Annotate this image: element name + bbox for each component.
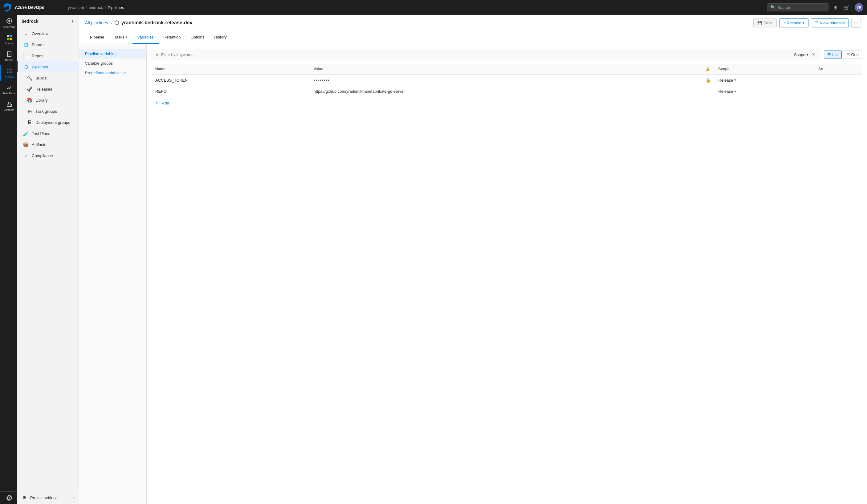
sidebar: Overview Boards Repos Pipelines Test Pla… bbox=[0, 15, 17, 504]
sub-nav: Pipeline variables Variable groups Prede… bbox=[79, 44, 147, 504]
nav-item-library[interactable]: 📚 Library bbox=[17, 95, 78, 106]
sidebar-item-testplans[interactable]: Test Plans bbox=[0, 81, 17, 98]
releases-icon: 🚀 bbox=[27, 86, 32, 92]
scope-dropdown-access-token[interactable]: Release ▾ bbox=[718, 78, 811, 83]
add-variable-button[interactable]: + + Add bbox=[152, 97, 173, 109]
all-pipelines-link[interactable]: All pipelines bbox=[85, 20, 108, 25]
taskgroups-icon: ⊞ bbox=[27, 108, 32, 114]
release-button[interactable]: + Release ▾ bbox=[779, 19, 809, 28]
tabs-bar: Pipeline Tasks ▾ Variables Retention Opt… bbox=[79, 31, 867, 44]
var-name-access-token: ACCESS_TOKEN bbox=[152, 75, 310, 86]
nav-item-compliance[interactable]: ✓ Compliance bbox=[17, 150, 78, 161]
variables-panel: ⊽ Scope ▾ × ☰ List ⊞ Grid bbox=[147, 44, 867, 504]
nav-item-builds[interactable]: 🔨 Builds bbox=[17, 72, 78, 84]
svg-rect-6 bbox=[7, 104, 11, 107]
filter-clear-button[interactable]: × bbox=[811, 52, 816, 57]
breadcrumb-project[interactable]: bedrock bbox=[89, 5, 103, 10]
nav-item-deploymentgroups[interactable]: 🖥 Deployment groups bbox=[17, 117, 78, 128]
save-button[interactable]: 💾 Save bbox=[753, 19, 777, 28]
add-icon: + bbox=[155, 100, 158, 106]
svg-rect-5 bbox=[10, 38, 12, 40]
filter-scope-button[interactable]: Scope ▾ bbox=[790, 52, 809, 57]
nav-item-releases[interactable]: 🚀 Releases bbox=[17, 84, 78, 95]
library-icon: 📚 bbox=[27, 97, 32, 103]
lock-icon: 🔒 bbox=[706, 78, 711, 83]
avatar[interactable]: YR bbox=[855, 3, 863, 12]
nav-item-boards[interactable]: ⊞ Boards bbox=[17, 39, 78, 50]
var-scope-repo: Release ▾ bbox=[715, 86, 815, 97]
artifacts-icon: 📦 bbox=[23, 142, 29, 147]
sidebar-item-overview[interactable]: Overview bbox=[0, 15, 17, 31]
sidebar-item-pipelines[interactable]: Pipelines bbox=[0, 65, 17, 81]
sub-nav-variable-groups[interactable]: Variable groups bbox=[79, 58, 146, 68]
scope-chevron-icon: ▾ bbox=[806, 53, 809, 57]
col-header-scope: Scope bbox=[715, 64, 815, 75]
settings-gear-icon: ⚙ bbox=[22, 495, 27, 500]
pipeline-title-area: All pipelines › ⬡ yradsmik-bedrock-relea… bbox=[85, 19, 193, 26]
list-view-button[interactable]: ☰ List bbox=[824, 51, 842, 59]
col-header-name: Name bbox=[152, 64, 310, 75]
nav-item-overview[interactable]: ○ Overview bbox=[17, 28, 78, 39]
release-dropdown-icon: ▾ bbox=[803, 21, 804, 25]
tab-options[interactable]: Options bbox=[185, 31, 209, 44]
compliance-icon: ✓ bbox=[23, 153, 29, 158]
sidebar-item-repos[interactable]: Repos bbox=[0, 48, 17, 65]
tab-history[interactable]: History bbox=[209, 31, 232, 44]
nav-item-artifacts[interactable]: 📦 Artifacts bbox=[17, 139, 78, 150]
pipeline-name-display: ⬡ yradsmik-bedrock-release-dev bbox=[114, 19, 192, 26]
plus-release-icon: + bbox=[783, 21, 786, 25]
nav-item-pipelines[interactable]: ⬡ Pipelines bbox=[17, 61, 78, 72]
lock-header-icon: 🔒 bbox=[706, 67, 710, 71]
filter-view-row: ⊽ Scope ▾ × ☰ List ⊞ Grid bbox=[152, 49, 862, 60]
topbar-right: 🔍 Search ⊞ 🛒 YR bbox=[767, 3, 863, 12]
content-area: Pipeline variables Variable groups Prede… bbox=[79, 44, 867, 504]
tab-variables[interactable]: Variables bbox=[132, 31, 159, 44]
left-panel: bedrock + ○ Overview ⊞ Boards 📄 Repos ⬡ … bbox=[17, 15, 79, 504]
tab-tasks[interactable]: Tasks ▾ bbox=[109, 31, 132, 44]
breadcrumb-user[interactable]: yvradsmi bbox=[68, 5, 84, 10]
variables-table: Name Value 🔒 Scope Se ACCESS_TOKEN •••••… bbox=[152, 64, 862, 97]
scope-chevron-repo: ▾ bbox=[734, 89, 736, 94]
var-value-access-token: •••••••• bbox=[310, 75, 702, 86]
sidebar-item-settings[interactable] bbox=[0, 492, 17, 504]
project-add-button[interactable]: + bbox=[71, 19, 74, 24]
scope-dropdown-repo[interactable]: Release ▾ bbox=[718, 89, 811, 94]
sidebar-item-artifacts[interactable]: Artifacts bbox=[0, 98, 17, 115]
repos-icon: 📄 bbox=[23, 53, 29, 58]
project-name-label: bedrock bbox=[22, 19, 38, 24]
var-se-access-token bbox=[815, 75, 862, 86]
nav-item-testplans[interactable]: 🧪 Test Plans bbox=[17, 128, 78, 139]
settings-expand-icon: « bbox=[72, 495, 75, 500]
nav-item-taskgroups[interactable]: ⊞ Task groups bbox=[17, 106, 78, 117]
project-header: bedrock + bbox=[17, 15, 78, 28]
topbar: Azure DevOps yvradsmi / bedrock / Pipeli… bbox=[0, 0, 867, 15]
filter-icon: ⊽ bbox=[156, 52, 159, 57]
nav-item-repos[interactable]: 📄 Repos bbox=[17, 50, 78, 61]
search-box[interactable]: 🔍 Search bbox=[767, 3, 828, 11]
var-scope-access-token: Release ▾ bbox=[715, 75, 815, 86]
predefined-variables-link[interactable]: Predefined variables ↗ bbox=[79, 68, 146, 78]
view-releases-button[interactable]: ☰ View releases bbox=[811, 19, 849, 28]
filter-input[interactable] bbox=[161, 52, 788, 57]
grid-view-button[interactable]: ⊞ Grid bbox=[843, 51, 862, 59]
pipeline-type-icon: ⬡ bbox=[114, 19, 119, 26]
project-settings-link[interactable]: ⚙ Project settings « bbox=[17, 491, 79, 504]
list-view-icon: ☰ bbox=[827, 52, 831, 57]
filter-bar: ⊽ Scope ▾ × bbox=[152, 49, 820, 60]
col-header-lock: 🔒 bbox=[702, 64, 715, 75]
sub-nav-pipeline-variables[interactable]: Pipeline variables bbox=[79, 49, 146, 58]
pipeline-header: All pipelines › ⬡ yradsmik-bedrock-relea… bbox=[79, 15, 867, 31]
basket-icon[interactable]: 🛒 bbox=[842, 3, 851, 12]
tab-pipeline[interactable]: Pipeline bbox=[85, 31, 109, 44]
save-icon: 💾 bbox=[757, 21, 762, 25]
svg-rect-2 bbox=[7, 35, 9, 37]
var-lock-access-token: 🔒 bbox=[702, 75, 715, 86]
boards-icon: ⊞ bbox=[23, 42, 29, 47]
grid-view-icon[interactable]: ⊞ bbox=[832, 3, 839, 12]
builds-icon: 🔨 bbox=[27, 75, 32, 81]
pipeline-actions: 💾 Save + Release ▾ ☰ View releases ··· bbox=[753, 18, 861, 28]
sidebar-item-boards[interactable]: Boards bbox=[0, 31, 17, 48]
more-actions-button[interactable]: ··· bbox=[851, 18, 861, 28]
tab-retention[interactable]: Retention bbox=[159, 31, 186, 44]
search-icon: 🔍 bbox=[770, 5, 775, 10]
